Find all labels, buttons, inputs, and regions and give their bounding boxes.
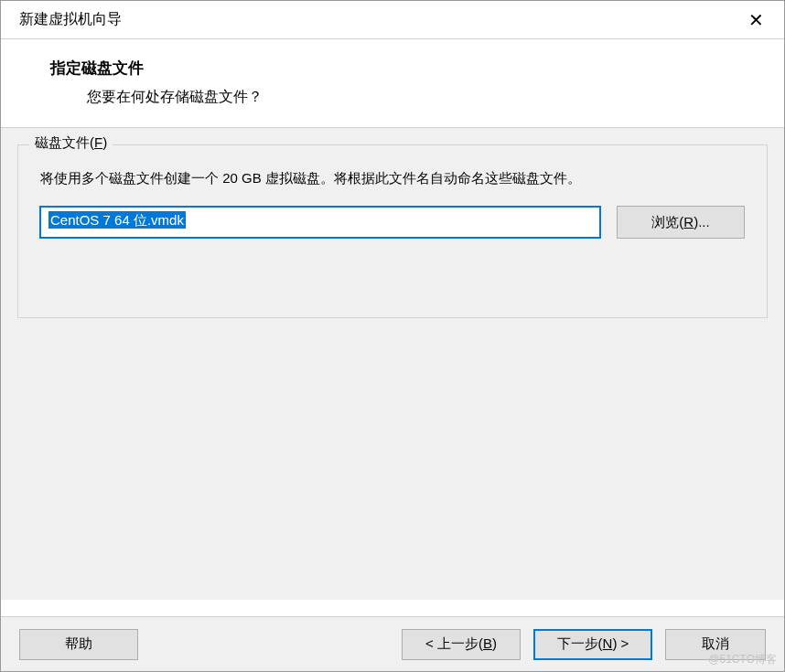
browse-button[interactable]: 浏览(R)... <box>617 206 745 239</box>
watermark: @51CTO博客 <box>708 652 777 667</box>
input-row: CentOS 7 64 位.vmdk 浏览(R)... <box>40 206 745 239</box>
disk-file-input[interactable]: CentOS 7 64 位.vmdk <box>40 207 600 238</box>
close-icon[interactable]: ✕ <box>741 7 771 33</box>
group-label: 磁盘文件(F) <box>29 134 113 152</box>
content-area: 磁盘文件(F) 将使用多个磁盘文件创建一个 20 GB 虚拟磁盘。将根据此文件名… <box>1 128 784 600</box>
footer: 帮助 < 上一步(B) 下一步(N) > 取消 <box>1 616 784 671</box>
disk-file-group: 磁盘文件(F) 将使用多个磁盘文件创建一个 20 GB 虚拟磁盘。将根据此文件名… <box>17 144 768 318</box>
back-button[interactable]: < 上一步(B) <box>402 629 521 660</box>
next-button[interactable]: 下一步(N) > <box>533 629 652 660</box>
window-title: 新建虚拟机向导 <box>19 10 122 29</box>
page-subtitle: 您要在何处存储磁盘文件？ <box>50 88 766 107</box>
group-description: 将使用多个磁盘文件创建一个 20 GB 虚拟磁盘。将根据此文件名自动命名这些磁盘… <box>40 167 745 189</box>
page-title: 指定磁盘文件 <box>50 58 766 79</box>
help-button[interactable]: 帮助 <box>19 629 138 660</box>
wizard-header: 指定磁盘文件 您要在何处存储磁盘文件？ <box>1 39 784 128</box>
title-bar: 新建虚拟机向导 ✕ <box>1 1 784 39</box>
